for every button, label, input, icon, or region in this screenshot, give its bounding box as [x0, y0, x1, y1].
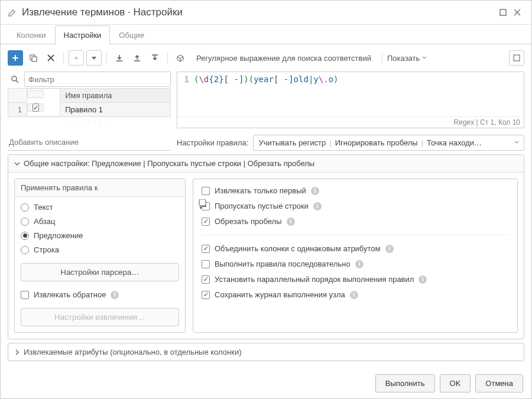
- regex-editor[interactable]: 1 (\d{2}[ -])(year[ -]old|y\.o) Regex | …: [177, 72, 524, 128]
- chevron-down-icon: [514, 140, 519, 145]
- toolbar: Регулярное выражение для поиска соответс…: [8, 48, 524, 68]
- search-icon: [8, 72, 22, 87]
- radio-text[interactable]: Текст: [21, 203, 179, 212]
- svg-point-4: [12, 76, 17, 81]
- cancel-button[interactable]: Отмена: [475, 374, 523, 392]
- info-icon[interactable]: i: [385, 245, 394, 253]
- titlebar: Извлечение терминов · Настройки: [1, 1, 531, 25]
- copy-button[interactable]: [25, 50, 41, 66]
- run-button[interactable]: Выполнить: [375, 374, 435, 392]
- check-trim[interactable]: Обрезать пробелыi: [202, 217, 509, 226]
- check-merge-cols[interactable]: Объединить колонки с одинаковым атрибуто…: [202, 244, 509, 253]
- fullscreen-icon[interactable]: [509, 50, 524, 66]
- parser-settings-button[interactable]: Настройки парсера…: [21, 263, 179, 281]
- check-skip-empty[interactable]: Пропускать пустые строкиi: [202, 202, 509, 210]
- svg-rect-2: [32, 57, 37, 61]
- dialog-footer: Выполнить OK Отмена: [1, 368, 531, 398]
- svg-rect-0: [500, 9, 506, 15]
- info-icon[interactable]: i: [419, 275, 427, 284]
- check-parallel[interactable]: Установить параллельный порядок выполнен…: [202, 275, 509, 284]
- window-title: Извлечение терминов · Настройки: [22, 7, 496, 18]
- pencil-icon: [8, 8, 17, 17]
- col-rule-name[interactable]: Имя правила: [60, 89, 171, 103]
- info-icon[interactable]: i: [111, 291, 119, 299]
- chevron-right-icon: [14, 349, 20, 355]
- check-extract-inverse[interactable]: Извлекать обратноеi: [21, 290, 179, 299]
- tab-settings[interactable]: Настройки: [55, 25, 111, 44]
- upload-icon[interactable]: [129, 50, 145, 66]
- download-icon[interactable]: [147, 50, 163, 66]
- move-up-button[interactable]: [69, 50, 84, 66]
- regex-code[interactable]: (\d{2}[ -])(year[ -]old|y\.o): [194, 74, 521, 84]
- options-panel: Извлекать только первыйi Пропускать пуст…: [193, 179, 518, 333]
- move-down-button[interactable]: [86, 50, 102, 66]
- check-sequential[interactable]: Выполнить правила последовательноi: [202, 259, 509, 268]
- delete-button[interactable]: [43, 50, 59, 66]
- description-input[interactable]: [8, 134, 171, 151]
- maximize-icon[interactable]: [496, 5, 510, 20]
- ok-button[interactable]: OK: [440, 374, 471, 392]
- regex-label: Регулярное выражение для поиска соответс…: [196, 54, 371, 63]
- rule-settings-dropdown[interactable]: Учитывать регистр| Игнорировать пробелы|…: [253, 135, 524, 151]
- tab-columns[interactable]: Колонки: [8, 25, 55, 44]
- info-icon[interactable]: i: [287, 218, 295, 226]
- info-icon[interactable]: i: [350, 291, 358, 299]
- attributes-accordion[interactable]: Извлекаемые атрибуты (опционально, в отд…: [8, 343, 524, 361]
- row-checkbox[interactable]: [33, 103, 39, 112]
- close-icon[interactable]: [510, 5, 524, 20]
- info-icon[interactable]: i: [313, 202, 322, 210]
- accordion-toggle[interactable]: Общие настройки: Предложение | Пропускат…: [8, 155, 524, 173]
- chevron-down-icon: [14, 161, 20, 167]
- info-icon[interactable]: i: [355, 260, 364, 268]
- svg-rect-3: [514, 55, 520, 61]
- info-icon[interactable]: i: [311, 187, 319, 195]
- extraction-settings-button: Настройки извлечения…: [21, 308, 179, 326]
- show-dropdown[interactable]: Показать: [387, 54, 427, 63]
- main-tabs: Колонки Настройки Общие: [1, 25, 531, 44]
- filter-input[interactable]: [24, 72, 171, 87]
- check-log[interactable]: Сохранить журнал выполнения узлаi: [202, 290, 509, 299]
- rules-table: Имя правила 1 Правило 1: [8, 88, 171, 117]
- editor-status: Regex | Ст 1, Кол 10: [177, 116, 524, 128]
- import-icon[interactable]: [112, 50, 127, 66]
- tab-general[interactable]: Общие: [110, 25, 153, 44]
- apply-to-panel: Применять правила к Текст Абзац Предложе…: [14, 179, 186, 333]
- check-only-first[interactable]: Извлекать только первыйi: [202, 186, 509, 195]
- rule-settings-label: Настройки правила:: [177, 138, 248, 147]
- radio-line[interactable]: Строка: [21, 245, 179, 254]
- cube-icon[interactable]: [173, 50, 188, 66]
- resize-handle[interactable]: · · · · · · ·: [8, 117, 171, 126]
- radio-paragraph[interactable]: Абзац: [21, 217, 179, 226]
- table-row[interactable]: 1 Правило 1: [8, 103, 171, 117]
- general-settings-accordion: Общие настройки: Предложение | Пропускат…: [8, 154, 524, 339]
- add-button[interactable]: [8, 50, 23, 66]
- radio-sentence[interactable]: Предложение: [21, 231, 179, 240]
